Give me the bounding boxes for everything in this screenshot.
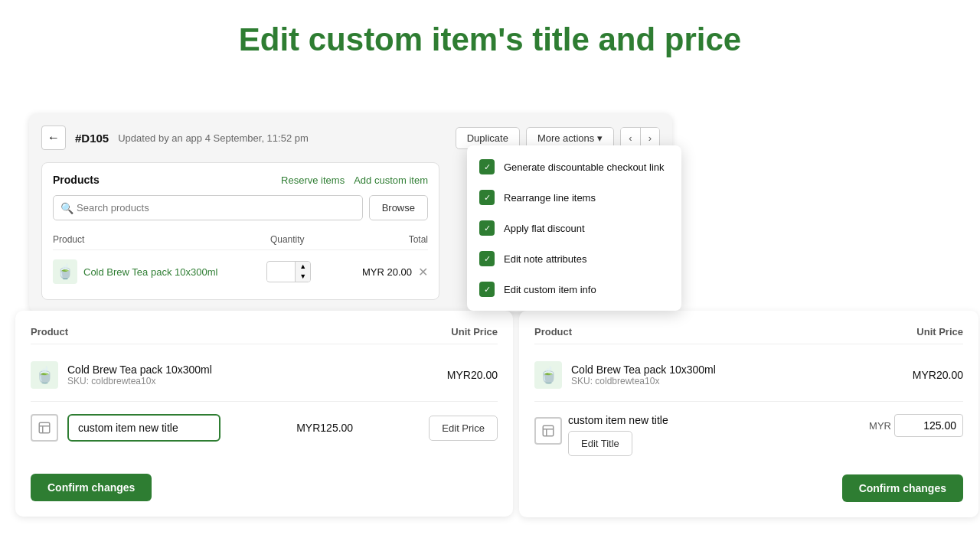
col-quantity-header: Quantity: [240, 234, 335, 245]
br-product-row: 🍵 Cold Brew Tea pack 10x300ml SKU: coldb…: [534, 355, 963, 395]
browse-button[interactable]: Browse: [369, 195, 428, 220]
dropdown-item-generate[interactable]: ✓ Generate discountable checkout link: [467, 152, 681, 182]
reserve-items-link[interactable]: Reserve items: [281, 174, 345, 186]
order-meta: Updated by an app 4 September, 11:52 pm: [118, 132, 309, 144]
table-row: 🍵 Cold Brew Tea pack 10x300ml 1 ▲ ▼ MYR …: [53, 255, 428, 289]
dropdown-item-note-attributes[interactable]: ✓ Edit note attributes: [467, 243, 681, 274]
products-links: Reserve items Add custom item: [281, 174, 428, 186]
product-name: Cold Brew Tea pack 10x300ml: [571, 364, 903, 376]
check-icon: ✓: [479, 251, 495, 266]
check-icon: ✓: [479, 220, 495, 236]
product-name: Cold Brew Tea pack 10x300ml: [67, 364, 438, 376]
custom-unit-price: MYR125.00: [296, 422, 353, 434]
custom-item-icon: [534, 417, 562, 445]
dropdown-item-flat-discount[interactable]: ✓ Apply flat discount: [467, 213, 681, 243]
search-row: 🔍 Browse: [53, 195, 428, 220]
bl-table-header: Product Unit Price: [31, 326, 498, 344]
check-icon: ✓: [479, 190, 495, 205]
product-icon: 🍵: [534, 361, 562, 389]
product-icon: 🍵: [31, 361, 58, 389]
search-input-wrap: 🔍: [53, 195, 363, 220]
price-input[interactable]: [894, 414, 963, 437]
delete-row-button[interactable]: ✕: [418, 265, 428, 279]
br-col-product: Product: [534, 326, 572, 337]
edit-price-button[interactable]: Edit Price: [429, 416, 498, 441]
add-custom-item-link[interactable]: Add custom item: [354, 174, 428, 186]
row-divider: [31, 401, 498, 402]
check-icon: ✓: [479, 159, 495, 174]
currency-label: MYR: [869, 420, 891, 432]
custom-item-title: custom item new title: [568, 414, 863, 426]
product-name-link[interactable]: Cold Brew Tea pack 10x300ml: [83, 266, 217, 278]
product-total: MYR 20.00: [330, 266, 412, 278]
products-title: Products: [53, 174, 100, 186]
product-unit-price: MYR20.00: [913, 369, 963, 381]
bl-col-unit-price: Unit Price: [451, 326, 498, 337]
col-total-header: Total: [335, 234, 429, 245]
br-col-unit-price: Unit Price: [916, 326, 963, 337]
quantity-input[interactable]: 1: [267, 263, 295, 281]
dropdown-item-rearrange[interactable]: ✓ Rearrange line items: [467, 182, 681, 213]
search-input[interactable]: [53, 195, 363, 220]
edit-title-button[interactable]: Edit Title: [568, 431, 632, 456]
qty-arrows: ▲ ▼: [295, 262, 310, 282]
br-custom-row: custom item new title Edit Title MYR: [534, 408, 963, 462]
product-sku: SKU: coldbrewtea10x: [571, 376, 903, 386]
br-table-header: Product Unit Price: [534, 326, 963, 344]
dropdown-item-custom-item-info[interactable]: ✓ Edit custom item info: [467, 274, 681, 305]
back-button[interactable]: ←: [41, 126, 66, 150]
page-title: Edit custom item's title and price: [0, 0, 980, 77]
chevron-down-icon: ▾: [597, 132, 603, 144]
product-sku: SKU: coldbrewtea10x: [67, 376, 438, 386]
custom-item-icon: [31, 414, 58, 442]
bottom-right-card: Product Unit Price 🍵 Cold Brew Tea pack …: [519, 311, 978, 517]
qty-down-button[interactable]: ▼: [296, 272, 310, 282]
search-icon: 🔍: [60, 202, 74, 214]
confirm-changes-button[interactable]: Confirm changes: [31, 474, 152, 501]
product-unit-price: MYR20.00: [447, 369, 498, 381]
qty-up-button[interactable]: ▲: [296, 262, 310, 272]
bl-custom-row: MYR125.00 Edit Price: [31, 408, 498, 448]
order-id: #D105: [75, 132, 109, 145]
product-info: Cold Brew Tea pack 10x300ml SKU: coldbre…: [67, 364, 438, 386]
col-product-header: Product: [53, 234, 240, 245]
check-icon: ✓: [479, 282, 495, 297]
table-header: Product Quantity Total: [53, 230, 428, 250]
bottom-left-card: Product Unit Price 🍵 Cold Brew Tea pack …: [15, 311, 513, 517]
price-input-wrap: MYR: [869, 414, 963, 437]
bl-col-product: Product: [31, 326, 68, 337]
row-divider: [534, 401, 963, 402]
products-header: Products Reserve items Add custom item: [53, 174, 428, 186]
svg-rect-0: [39, 422, 50, 433]
confirm-changes-button-right[interactable]: Confirm changes: [842, 474, 963, 502]
dropdown-menu: ✓ Generate discountable checkout link ✓ …: [467, 145, 681, 311]
products-section: Products Reserve items Add custom item 🔍…: [41, 162, 439, 300]
svg-rect-1: [543, 425, 554, 436]
product-info: Cold Brew Tea pack 10x300ml SKU: coldbre…: [571, 364, 903, 386]
quantity-control: 1 ▲ ▼: [266, 261, 311, 282]
custom-title-input[interactable]: [67, 414, 220, 442]
bl-product-row: 🍵 Cold Brew Tea pack 10x300ml SKU: coldb…: [31, 355, 498, 395]
product-thumbnail: 🍵: [53, 259, 77, 284]
